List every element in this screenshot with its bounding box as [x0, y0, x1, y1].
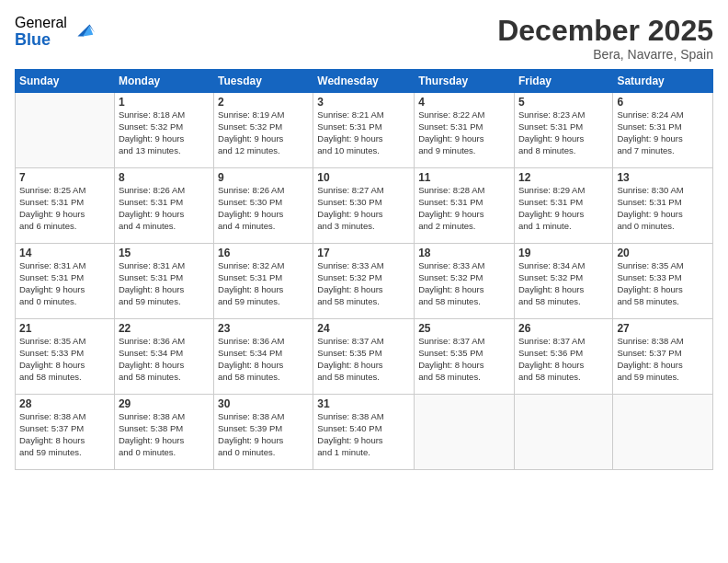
day-info: Sunrise: 8:28 AMSunset: 5:31 PMDaylight:… [418, 185, 510, 232]
day-info: Sunrise: 8:34 AMSunset: 5:32 PMDaylight:… [518, 260, 609, 307]
day-info: Sunrise: 8:24 AMSunset: 5:31 PMDaylight:… [617, 109, 709, 156]
day-number: 6 [617, 96, 709, 109]
calendar-week-2: 7Sunrise: 8:25 AMSunset: 5:31 PMDaylight… [16, 168, 713, 244]
calendar-cell: 21Sunrise: 8:35 AMSunset: 5:33 PMDayligh… [16, 319, 115, 395]
day-info: Sunrise: 8:21 AMSunset: 5:31 PMDaylight:… [317, 109, 410, 156]
day-number: 31 [317, 397, 410, 410]
calendar-cell: 28Sunrise: 8:38 AMSunset: 5:37 PMDayligh… [16, 395, 115, 470]
day-info: Sunrise: 8:29 AMSunset: 5:31 PMDaylight:… [518, 185, 609, 232]
day-info: Sunrise: 8:38 AMSunset: 5:38 PMDaylight:… [119, 411, 210, 458]
calendar-cell: 17Sunrise: 8:33 AMSunset: 5:32 PMDayligh… [313, 244, 415, 319]
day-number: 24 [317, 322, 410, 335]
day-number: 16 [218, 247, 309, 259]
logo-text: General Blue [15, 15, 67, 49]
calendar-cell: 12Sunrise: 8:29 AMSunset: 5:31 PMDayligh… [514, 168, 612, 244]
logo-blue: Blue [15, 31, 67, 50]
calendar-cell: 11Sunrise: 8:28 AMSunset: 5:31 PMDayligh… [415, 168, 515, 244]
day-info: Sunrise: 8:18 AMSunset: 5:32 PMDaylight:… [119, 109, 210, 156]
day-number: 20 [617, 247, 709, 259]
calendar-cell: 2Sunrise: 8:19 AMSunset: 5:32 PMDaylight… [214, 93, 313, 168]
calendar-cell: 15Sunrise: 8:31 AMSunset: 5:31 PMDayligh… [114, 244, 213, 319]
day-number: 26 [518, 322, 609, 335]
calendar-cell: 13Sunrise: 8:30 AMSunset: 5:31 PMDayligh… [613, 168, 713, 244]
day-number: 4 [418, 96, 510, 109]
day-info: Sunrise: 8:32 AMSunset: 5:31 PMDaylight:… [218, 260, 309, 307]
day-info: Sunrise: 8:26 AMSunset: 5:30 PMDaylight:… [218, 185, 309, 232]
day-info: Sunrise: 8:22 AMSunset: 5:31 PMDaylight:… [418, 109, 510, 156]
day-number: 28 [19, 397, 110, 410]
day-number: 13 [617, 171, 709, 184]
day-number: 8 [119, 171, 210, 184]
day-number: 25 [418, 322, 510, 335]
day-number: 19 [518, 247, 609, 259]
calendar-cell: 3Sunrise: 8:21 AMSunset: 5:31 PMDaylight… [313, 93, 415, 168]
month-title: December 2025 [497, 15, 713, 47]
day-info: Sunrise: 8:31 AMSunset: 5:31 PMDaylight:… [119, 260, 210, 307]
logo-icon [71, 17, 97, 43]
day-info: Sunrise: 8:38 AMSunset: 5:39 PMDaylight:… [218, 411, 309, 458]
day-info: Sunrise: 8:37 AMSunset: 5:35 PMDaylight:… [317, 336, 410, 383]
calendar-cell: 1Sunrise: 8:18 AMSunset: 5:32 PMDaylight… [114, 93, 213, 168]
day-number: 22 [119, 322, 210, 335]
calendar-cell [514, 395, 612, 470]
day-number: 9 [218, 171, 309, 184]
calendar: Sunday Monday Tuesday Wednesday Thursday… [15, 69, 713, 470]
calendar-cell: 10Sunrise: 8:27 AMSunset: 5:30 PMDayligh… [313, 168, 415, 244]
calendar-cell: 20Sunrise: 8:35 AMSunset: 5:33 PMDayligh… [613, 244, 713, 319]
calendar-week-5: 28Sunrise: 8:38 AMSunset: 5:37 PMDayligh… [16, 395, 713, 470]
day-number: 5 [518, 96, 609, 109]
day-number: 27 [617, 322, 709, 335]
calendar-week-4: 21Sunrise: 8:35 AMSunset: 5:33 PMDayligh… [16, 319, 713, 395]
day-number: 3 [317, 96, 410, 109]
day-number: 14 [19, 247, 110, 259]
day-info: Sunrise: 8:33 AMSunset: 5:32 PMDaylight:… [418, 260, 510, 307]
header-wednesday: Wednesday [313, 70, 415, 93]
day-info: Sunrise: 8:31 AMSunset: 5:31 PMDaylight:… [19, 260, 110, 307]
header-friday: Friday [514, 70, 612, 93]
logo: General Blue [15, 15, 97, 49]
calendar-cell: 26Sunrise: 8:37 AMSunset: 5:36 PMDayligh… [514, 319, 612, 395]
title-area: December 2025 Bera, Navarre, Spain [497, 15, 713, 62]
day-number: 29 [119, 397, 210, 410]
calendar-cell [613, 395, 713, 470]
day-info: Sunrise: 8:38 AMSunset: 5:37 PMDaylight:… [617, 336, 709, 383]
day-number: 30 [218, 397, 309, 410]
location: Bera, Navarre, Spain [497, 47, 713, 62]
day-info: Sunrise: 8:26 AMSunset: 5:31 PMDaylight:… [119, 185, 210, 232]
calendar-cell: 5Sunrise: 8:23 AMSunset: 5:31 PMDaylight… [514, 93, 612, 168]
day-info: Sunrise: 8:19 AMSunset: 5:32 PMDaylight:… [218, 109, 309, 156]
day-info: Sunrise: 8:35 AMSunset: 5:33 PMDaylight:… [617, 260, 709, 307]
day-number: 2 [218, 96, 309, 109]
day-info: Sunrise: 8:36 AMSunset: 5:34 PMDaylight:… [119, 336, 210, 383]
day-info: Sunrise: 8:38 AMSunset: 5:40 PMDaylight:… [317, 411, 410, 458]
day-number: 15 [119, 247, 210, 259]
header-thursday: Thursday [415, 70, 515, 93]
calendar-cell: 25Sunrise: 8:37 AMSunset: 5:35 PMDayligh… [415, 319, 515, 395]
calendar-cell: 9Sunrise: 8:26 AMSunset: 5:30 PMDaylight… [214, 168, 313, 244]
calendar-cell: 24Sunrise: 8:37 AMSunset: 5:35 PMDayligh… [313, 319, 415, 395]
calendar-cell: 7Sunrise: 8:25 AMSunset: 5:31 PMDaylight… [16, 168, 115, 244]
day-info: Sunrise: 8:30 AMSunset: 5:31 PMDaylight:… [617, 185, 709, 232]
calendar-cell: 29Sunrise: 8:38 AMSunset: 5:38 PMDayligh… [114, 395, 213, 470]
day-info: Sunrise: 8:37 AMSunset: 5:36 PMDaylight:… [518, 336, 609, 383]
calendar-cell: 30Sunrise: 8:38 AMSunset: 5:39 PMDayligh… [214, 395, 313, 470]
calendar-cell: 4Sunrise: 8:22 AMSunset: 5:31 PMDaylight… [415, 93, 515, 168]
day-info: Sunrise: 8:23 AMSunset: 5:31 PMDaylight:… [518, 109, 609, 156]
calendar-week-3: 14Sunrise: 8:31 AMSunset: 5:31 PMDayligh… [16, 244, 713, 319]
calendar-cell: 19Sunrise: 8:34 AMSunset: 5:32 PMDayligh… [514, 244, 612, 319]
day-number: 1 [119, 96, 210, 109]
day-number: 21 [19, 322, 110, 335]
calendar-cell: 8Sunrise: 8:26 AMSunset: 5:31 PMDaylight… [114, 168, 213, 244]
calendar-cell: 27Sunrise: 8:38 AMSunset: 5:37 PMDayligh… [613, 319, 713, 395]
header-sunday: Sunday [16, 70, 115, 93]
day-number: 12 [518, 171, 609, 184]
day-number: 18 [418, 247, 510, 259]
day-number: 11 [418, 171, 510, 184]
calendar-week-1: 1Sunrise: 8:18 AMSunset: 5:32 PMDaylight… [16, 93, 713, 168]
calendar-cell [415, 395, 515, 470]
calendar-cell: 18Sunrise: 8:33 AMSunset: 5:32 PMDayligh… [415, 244, 515, 319]
day-info: Sunrise: 8:27 AMSunset: 5:30 PMDaylight:… [317, 185, 410, 232]
day-number: 23 [218, 322, 309, 335]
page: General Blue December 2025 Bera, Navarre… [0, 0, 728, 563]
header-monday: Monday [114, 70, 213, 93]
